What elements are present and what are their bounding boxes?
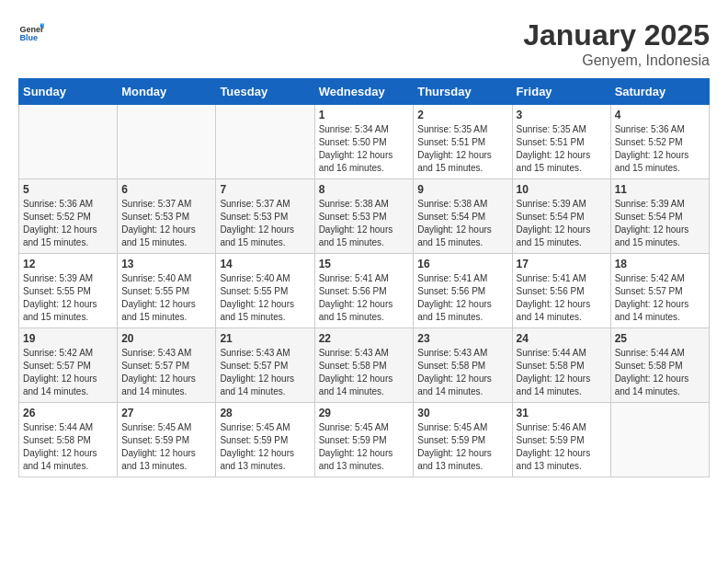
day-number: 23 bbox=[417, 332, 507, 345]
svg-text:Blue: Blue bbox=[19, 33, 38, 42]
calendar-cell: 14Sunrise: 5:40 AM Sunset: 5:55 PM Dayli… bbox=[216, 254, 314, 328]
day-number: 24 bbox=[517, 332, 607, 345]
calendar-cell: 25Sunrise: 5:44 AM Sunset: 5:58 PM Dayli… bbox=[610, 328, 709, 403]
day-number: 10 bbox=[517, 183, 607, 196]
calendar-cell: 20Sunrise: 5:43 AM Sunset: 5:57 PM Dayli… bbox=[118, 328, 216, 403]
calendar-cell: 9Sunrise: 5:38 AM Sunset: 5:54 PM Daylig… bbox=[414, 179, 512, 254]
day-info: Sunrise: 5:43 AM Sunset: 5:58 PM Dayligh… bbox=[417, 347, 507, 398]
day-number: 25 bbox=[615, 332, 705, 345]
calendar-cell bbox=[118, 105, 216, 179]
day-info: Sunrise: 5:43 AM Sunset: 5:57 PM Dayligh… bbox=[220, 347, 310, 398]
calendar-cell: 29Sunrise: 5:45 AM Sunset: 5:59 PM Dayli… bbox=[314, 403, 414, 477]
calendar-cell bbox=[216, 105, 314, 179]
calendar-cell bbox=[610, 403, 709, 477]
calendar-cell: 16Sunrise: 5:41 AM Sunset: 5:56 PM Dayli… bbox=[414, 254, 512, 328]
calendar-cell: 2Sunrise: 5:35 AM Sunset: 5:51 PM Daylig… bbox=[414, 105, 512, 179]
day-info: Sunrise: 5:42 AM Sunset: 5:57 PM Dayligh… bbox=[23, 347, 113, 398]
day-info: Sunrise: 5:44 AM Sunset: 5:58 PM Dayligh… bbox=[615, 347, 705, 398]
calendar-cell: 15Sunrise: 5:41 AM Sunset: 5:56 PM Dayli… bbox=[314, 254, 414, 328]
day-info: Sunrise: 5:36 AM Sunset: 5:52 PM Dayligh… bbox=[615, 123, 705, 175]
calendar-cell: 18Sunrise: 5:42 AM Sunset: 5:57 PM Dayli… bbox=[610, 254, 709, 328]
day-info: Sunrise: 5:37 AM Sunset: 5:53 PM Dayligh… bbox=[220, 198, 310, 249]
weekday-header-monday: Monday bbox=[118, 79, 216, 105]
day-info: Sunrise: 5:45 AM Sunset: 5:59 PM Dayligh… bbox=[220, 421, 310, 473]
page-header: General Blue January 2025 Genyem, Indone… bbox=[18, 18, 710, 69]
day-number: 9 bbox=[417, 183, 507, 196]
day-info: Sunrise: 5:40 AM Sunset: 5:55 PM Dayligh… bbox=[220, 272, 310, 324]
calendar-cell: 6Sunrise: 5:37 AM Sunset: 5:53 PM Daylig… bbox=[118, 179, 216, 254]
title-section: January 2025 Genyem, Indonesia bbox=[523, 18, 710, 69]
day-number: 15 bbox=[319, 258, 410, 270]
calendar-cell: 19Sunrise: 5:42 AM Sunset: 5:57 PM Dayli… bbox=[19, 328, 118, 403]
day-info: Sunrise: 5:35 AM Sunset: 5:51 PM Dayligh… bbox=[417, 123, 507, 175]
day-number: 19 bbox=[23, 332, 113, 345]
day-number: 29 bbox=[319, 407, 410, 419]
weekday-header-saturday: Saturday bbox=[610, 79, 709, 105]
day-info: Sunrise: 5:39 AM Sunset: 5:55 PM Dayligh… bbox=[23, 272, 113, 324]
calendar-cell: 8Sunrise: 5:38 AM Sunset: 5:53 PM Daylig… bbox=[314, 179, 414, 254]
weekday-header-wednesday: Wednesday bbox=[314, 79, 414, 105]
day-number: 4 bbox=[615, 109, 705, 121]
calendar-cell: 26Sunrise: 5:44 AM Sunset: 5:58 PM Dayli… bbox=[19, 403, 118, 477]
calendar-cell: 28Sunrise: 5:45 AM Sunset: 5:59 PM Dayli… bbox=[216, 403, 314, 477]
day-info: Sunrise: 5:46 AM Sunset: 5:59 PM Dayligh… bbox=[517, 421, 607, 473]
calendar-cell: 5Sunrise: 5:36 AM Sunset: 5:52 PM Daylig… bbox=[19, 179, 118, 254]
weekday-header-sunday: Sunday bbox=[19, 79, 118, 105]
week-row-3: 12Sunrise: 5:39 AM Sunset: 5:55 PM Dayli… bbox=[19, 254, 710, 328]
day-number: 3 bbox=[517, 109, 607, 121]
day-info: Sunrise: 5:45 AM Sunset: 5:59 PM Dayligh… bbox=[121, 421, 211, 473]
day-info: Sunrise: 5:38 AM Sunset: 5:53 PM Dayligh… bbox=[319, 198, 410, 249]
day-info: Sunrise: 5:40 AM Sunset: 5:55 PM Dayligh… bbox=[121, 272, 211, 324]
calendar-cell: 3Sunrise: 5:35 AM Sunset: 5:51 PM Daylig… bbox=[512, 105, 610, 179]
weekday-header-friday: Friday bbox=[512, 79, 610, 105]
day-number: 1 bbox=[319, 109, 410, 121]
day-number: 8 bbox=[319, 183, 410, 196]
day-number: 21 bbox=[220, 332, 310, 345]
calendar-cell: 24Sunrise: 5:44 AM Sunset: 5:58 PM Dayli… bbox=[512, 328, 610, 403]
calendar-cell: 31Sunrise: 5:46 AM Sunset: 5:59 PM Dayli… bbox=[512, 403, 610, 477]
day-number: 20 bbox=[121, 332, 211, 345]
day-info: Sunrise: 5:45 AM Sunset: 5:59 PM Dayligh… bbox=[319, 421, 410, 473]
calendar-cell: 1Sunrise: 5:34 AM Sunset: 5:50 PM Daylig… bbox=[314, 105, 414, 179]
calendar-cell: 21Sunrise: 5:43 AM Sunset: 5:57 PM Dayli… bbox=[216, 328, 314, 403]
day-info: Sunrise: 5:38 AM Sunset: 5:54 PM Dayligh… bbox=[417, 198, 507, 249]
day-number: 26 bbox=[23, 407, 113, 419]
day-number: 12 bbox=[23, 258, 113, 270]
day-info: Sunrise: 5:42 AM Sunset: 5:57 PM Dayligh… bbox=[615, 272, 705, 324]
day-info: Sunrise: 5:44 AM Sunset: 5:58 PM Dayligh… bbox=[517, 347, 607, 398]
logo: General Blue bbox=[18, 18, 44, 44]
day-number: 5 bbox=[23, 183, 113, 196]
calendar-cell bbox=[19, 105, 118, 179]
calendar-cell: 22Sunrise: 5:43 AM Sunset: 5:58 PM Dayli… bbox=[314, 328, 414, 403]
calendar-cell: 12Sunrise: 5:39 AM Sunset: 5:55 PM Dayli… bbox=[19, 254, 118, 328]
calendar-cell: 30Sunrise: 5:45 AM Sunset: 5:59 PM Dayli… bbox=[414, 403, 512, 477]
day-info: Sunrise: 5:39 AM Sunset: 5:54 PM Dayligh… bbox=[517, 198, 607, 249]
day-info: Sunrise: 5:41 AM Sunset: 5:56 PM Dayligh… bbox=[319, 272, 410, 324]
week-row-1: 1Sunrise: 5:34 AM Sunset: 5:50 PM Daylig… bbox=[19, 105, 710, 179]
day-number: 17 bbox=[517, 258, 607, 270]
calendar-cell: 10Sunrise: 5:39 AM Sunset: 5:54 PM Dayli… bbox=[512, 179, 610, 254]
day-info: Sunrise: 5:41 AM Sunset: 5:56 PM Dayligh… bbox=[417, 272, 507, 324]
week-row-2: 5Sunrise: 5:36 AM Sunset: 5:52 PM Daylig… bbox=[19, 179, 710, 254]
calendar-table: SundayMondayTuesdayWednesdayThursdayFrid… bbox=[18, 78, 710, 477]
weekday-header-thursday: Thursday bbox=[414, 79, 512, 105]
day-info: Sunrise: 5:45 AM Sunset: 5:59 PM Dayligh… bbox=[417, 421, 507, 473]
day-number: 30 bbox=[417, 407, 507, 419]
day-info: Sunrise: 5:44 AM Sunset: 5:58 PM Dayligh… bbox=[23, 421, 113, 473]
calendar-cell: 17Sunrise: 5:41 AM Sunset: 5:56 PM Dayli… bbox=[512, 254, 610, 328]
calendar-cell: 4Sunrise: 5:36 AM Sunset: 5:52 PM Daylig… bbox=[610, 105, 709, 179]
calendar-cell: 23Sunrise: 5:43 AM Sunset: 5:58 PM Dayli… bbox=[414, 328, 512, 403]
day-info: Sunrise: 5:36 AM Sunset: 5:52 PM Dayligh… bbox=[23, 198, 113, 249]
day-info: Sunrise: 5:43 AM Sunset: 5:58 PM Dayligh… bbox=[319, 347, 410, 398]
day-number: 7 bbox=[220, 183, 310, 196]
day-info: Sunrise: 5:37 AM Sunset: 5:53 PM Dayligh… bbox=[121, 198, 211, 249]
calendar-cell: 11Sunrise: 5:39 AM Sunset: 5:54 PM Dayli… bbox=[610, 179, 709, 254]
day-number: 2 bbox=[417, 109, 507, 121]
day-number: 16 bbox=[417, 258, 507, 270]
weekday-header-row: SundayMondayTuesdayWednesdayThursdayFrid… bbox=[19, 79, 710, 105]
day-number: 14 bbox=[220, 258, 310, 270]
month-title: January 2025 bbox=[523, 18, 710, 52]
day-number: 31 bbox=[517, 407, 607, 419]
day-number: 28 bbox=[220, 407, 310, 419]
week-row-4: 19Sunrise: 5:42 AM Sunset: 5:57 PM Dayli… bbox=[19, 328, 710, 403]
